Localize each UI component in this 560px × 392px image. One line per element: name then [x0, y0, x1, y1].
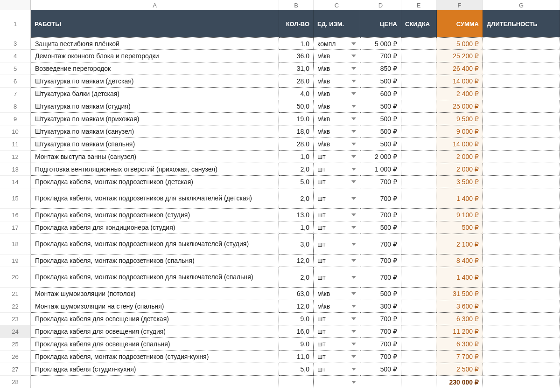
- cell-qty[interactable]: 9,0: [279, 338, 314, 351]
- row-number[interactable]: 4: [0, 50, 31, 62]
- row-number[interactable]: 9: [0, 113, 31, 125]
- header-unit[interactable]: ЕД. ИЗМ.: [314, 10, 360, 37]
- dropdown-icon[interactable]: [351, 55, 356, 57]
- row-number[interactable]: 26: [0, 351, 31, 363]
- cell-duration[interactable]: [483, 188, 560, 209]
- dropdown-icon[interactable]: [351, 105, 356, 108]
- cell-price[interactable]: 700 ₽: [360, 313, 401, 325]
- cell-price[interactable]: 700 ₽: [360, 351, 401, 363]
- cell-work[interactable]: Возведение перегородок: [31, 62, 279, 75]
- cell-discount[interactable]: [401, 234, 436, 254]
- row-number[interactable]: 15: [0, 188, 31, 209]
- cell-duration[interactable]: [483, 300, 560, 313]
- col-header-E[interactable]: E: [401, 0, 436, 10]
- cell-duration[interactable]: [483, 62, 560, 75]
- cell-duration[interactable]: [483, 288, 560, 300]
- cell-qty[interactable]: 11,0: [279, 351, 314, 363]
- cell-unit[interactable]: м\кв: [314, 300, 360, 313]
- cell-duration[interactable]: [483, 254, 560, 267]
- cell-discount[interactable]: [401, 221, 436, 234]
- row-number[interactable]: 5: [0, 62, 31, 75]
- dropdown-icon[interactable]: [351, 155, 356, 158]
- cell-work[interactable]: Штукатурка по маякам (санузел): [31, 125, 279, 138]
- cell-work[interactable]: Штукатурка по маякам (детская): [31, 75, 279, 88]
- cell-duration[interactable]: [483, 313, 560, 325]
- header-qty[interactable]: КОЛ-ВО: [279, 10, 314, 37]
- cell-work[interactable]: Защита вестибюля плёнкой: [31, 37, 279, 50]
- cell-discount[interactable]: [401, 300, 436, 313]
- cell-discount[interactable]: [401, 351, 436, 363]
- cell-duration[interactable]: [483, 363, 560, 376]
- cell-price[interactable]: 500 ₽: [360, 100, 401, 113]
- cell-work[interactable]: Прокладка кабеля, монтаж подрозетников д…: [31, 267, 279, 288]
- dropdown-icon[interactable]: [351, 67, 356, 70]
- cell-discount[interactable]: [401, 138, 436, 151]
- cell-qty[interactable]: 2,0: [279, 163, 314, 176]
- dropdown-icon[interactable]: [351, 226, 356, 229]
- cell-discount[interactable]: [401, 88, 436, 100]
- cell[interactable]: [483, 376, 560, 388]
- cell-discount[interactable]: [401, 313, 436, 325]
- row-number[interactable]: 16: [0, 209, 31, 221]
- cell[interactable]: [31, 376, 279, 388]
- col-header-B[interactable]: B: [279, 0, 314, 10]
- cell-duration[interactable]: [483, 50, 560, 62]
- cell-qty[interactable]: 9,0: [279, 313, 314, 325]
- cell-sum[interactable]: 2 500 ₽: [436, 363, 483, 376]
- cell-discount[interactable]: [401, 62, 436, 75]
- cell-sum[interactable]: 25 200 ₽: [436, 50, 483, 62]
- cell-discount[interactable]: [401, 75, 436, 88]
- cell-discount[interactable]: [401, 113, 436, 125]
- cell-sum[interactable]: 25 000 ₽: [436, 100, 483, 113]
- col-header-D[interactable]: D: [360, 0, 401, 10]
- cell-work[interactable]: Прокладка кабеля для кондиционера (студи…: [31, 221, 279, 234]
- dropdown-icon[interactable]: [351, 317, 356, 320]
- cell-discount[interactable]: [401, 288, 436, 300]
- cell-discount[interactable]: [401, 267, 436, 288]
- row-number[interactable]: 18: [0, 234, 31, 254]
- cell-unit[interactable]: м\кв: [314, 138, 360, 151]
- cell-work[interactable]: Прокладка кабеля, монтаж подрозетников (…: [31, 209, 279, 221]
- cell-qty[interactable]: 5,0: [279, 176, 314, 188]
- cell-unit[interactable]: шт: [314, 209, 360, 221]
- cell-sum[interactable]: 6 300 ₽: [436, 313, 483, 325]
- cell-work[interactable]: Монтаж шумоизоляции (потолок): [31, 288, 279, 300]
- header-sum[interactable]: СУММА: [436, 10, 483, 37]
- dropdown-icon[interactable]: [351, 168, 356, 171]
- cell-discount[interactable]: [401, 338, 436, 351]
- cell-qty[interactable]: 63,0: [279, 288, 314, 300]
- cell-work[interactable]: Подготовка вентиляционных отверстий (при…: [31, 163, 279, 176]
- cell-duration[interactable]: [483, 88, 560, 100]
- cell-discount[interactable]: [401, 37, 436, 50]
- row-number[interactable]: 10: [0, 125, 31, 138]
- cell-unit[interactable]: шт: [314, 254, 360, 267]
- cell-unit[interactable]: м\кв: [314, 125, 360, 138]
- cell-qty[interactable]: 19,0: [279, 113, 314, 125]
- row-number[interactable]: 25: [0, 338, 31, 351]
- cell-sum[interactable]: 2 100 ₽: [436, 234, 483, 254]
- cell-unit[interactable]: шт: [314, 176, 360, 188]
- cell-qty[interactable]: 12,0: [279, 254, 314, 267]
- cell-sum[interactable]: 8 400 ₽: [436, 254, 483, 267]
- cell-duration[interactable]: [483, 234, 560, 254]
- dropdown-icon[interactable]: [351, 276, 356, 279]
- cell-price[interactable]: 1 000 ₽: [360, 163, 401, 176]
- cell-sum[interactable]: 1 400 ₽: [436, 188, 483, 209]
- cell-discount[interactable]: [401, 100, 436, 113]
- row-number[interactable]: 22: [0, 300, 31, 313]
- dropdown-icon[interactable]: [351, 355, 356, 358]
- cell-work[interactable]: Прокладка кабеля, монтаж подрозетников (…: [31, 176, 279, 188]
- row-number[interactable]: 12: [0, 151, 31, 163]
- cell-unit[interactable]: м\кв: [314, 113, 360, 125]
- row-number[interactable]: 1: [0, 10, 31, 37]
- cell-discount[interactable]: [401, 125, 436, 138]
- cell-price[interactable]: 850 ₽: [360, 62, 401, 75]
- cell-duration[interactable]: [483, 37, 560, 50]
- cell-price[interactable]: 500 ₽: [360, 221, 401, 234]
- cell-price[interactable]: 700 ₽: [360, 338, 401, 351]
- cell-sum[interactable]: 1 400 ₽: [436, 267, 483, 288]
- dropdown-icon[interactable]: [351, 292, 356, 295]
- cell-price[interactable]: 700 ₽: [360, 176, 401, 188]
- cell-qty[interactable]: 16,0: [279, 325, 314, 338]
- cell-price[interactable]: 600 ₽: [360, 88, 401, 100]
